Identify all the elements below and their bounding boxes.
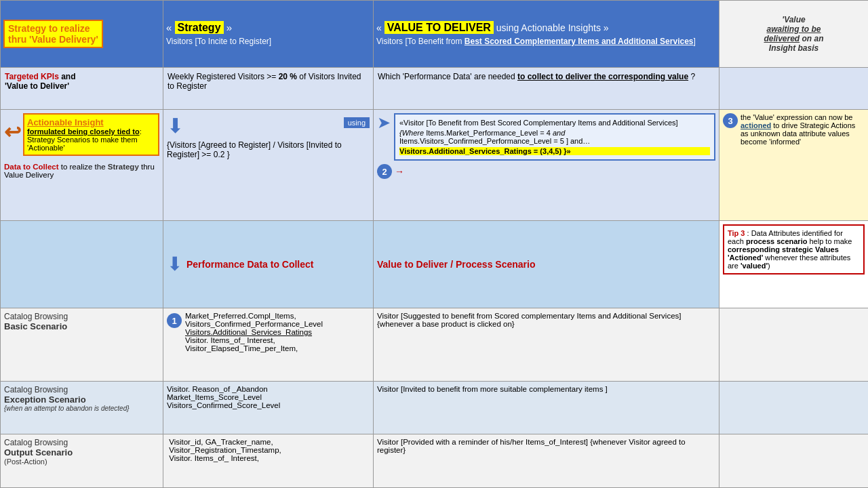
output-scenario-row: Catalog Browsing Output Scenario (Post-A… <box>1 434 869 487</box>
visitor-box-yellow: Visitors.Additional_Services_Ratings = (… <box>399 147 710 155</box>
kpi-col2-text: Which 'Performance Data' are needed to c… <box>378 72 715 81</box>
kpi-sub: 'Value to Deliver' <box>5 81 159 91</box>
output-col1-text: Visitor_id, GA_Tracker_name, Visitor_Reg… <box>167 438 370 462</box>
exception-col3 <box>719 382 869 434</box>
exception-col2: Visitor [Invited to benefit from more su… <box>374 382 719 434</box>
exception-scenario-row: Catalog Browsing Exception Scenario {whe… <box>1 382 869 434</box>
tip-process: process scenario <box>746 237 808 245</box>
tip-box: Tip 3 : Data Attributes identified for e… <box>723 224 865 274</box>
basic-scenario-label: Catalog Browsing <box>4 312 159 321</box>
kpi-col1: Weekly Registered Visitors >= 20 % of Vi… <box>163 67 374 109</box>
output-col0: Catalog Browsing Output Scenario (Post-A… <box>1 434 163 487</box>
header-col2-subtitle: Visitors [To Benefit from Best Scored Co… <box>376 37 716 46</box>
output-scenario-label: Catalog Browsing <box>4 438 159 447</box>
visitor-box-line1: «Visitor [To Benefit from Best Scored Co… <box>399 119 710 127</box>
exception-scenario-sub: {when an attempt to abandon is detected} <box>4 405 159 412</box>
header-col2-open: « <box>376 22 382 33</box>
insight-box: Actionable Insight formulated being clos… <box>23 113 159 156</box>
insight-container: ↩ Actionable Insight formulated being cl… <box>4 113 159 156</box>
section-header-col1: ⬇ Performance Data to Collect <box>163 221 374 308</box>
section-header-col0 <box>1 221 163 308</box>
output-scenario-sub: (Post-Action) <box>4 458 159 466</box>
chevron-right-icon: ➤ <box>377 113 391 132</box>
section-header-col3: Tip 3 : Data Attributes identified for e… <box>719 221 869 308</box>
data-collect-label: Data to Collect <box>4 163 59 171</box>
arrow-down-2-icon: ⬇ <box>167 255 182 274</box>
kpi-row: Targeted KPIs and 'Value to Deliver' Wee… <box>1 67 869 109</box>
exception-col2-text: Visitor [Invited to benefit from more su… <box>377 385 715 393</box>
insight-detail: formulated being closely tied to: Strate… <box>27 127 155 152</box>
perf-data-title: Performance Data to Collect <box>186 259 314 270</box>
circle-1: 1 <box>167 313 182 328</box>
header-col0: Strategy to realize thru 'Value Delivery… <box>1 1 163 68</box>
basic-scenario-row: Catalog Browsing Basic Scenario 1 Market… <box>1 308 869 382</box>
insight-col1: ⬇ using {Visitors [Agreed to Register] /… <box>163 110 374 221</box>
header-row: Strategy to realize thru 'Value Delivery… <box>1 1 869 68</box>
visitor-query-box: «Visitor [To Benefit from Best Scored Co… <box>394 113 715 161</box>
data-collect-section: Data to Collect to realize the Strategy … <box>4 163 159 179</box>
header-strategy-line1: Strategy to realize <box>8 23 98 34</box>
visitor-box-line2: {Where Items.Market_Performance_Level = … <box>399 129 710 145</box>
basic-col0: Catalog Browsing Basic Scenario <box>1 308 163 382</box>
insight-row: ↩ Actionable Insight formulated being cl… <box>1 110 869 221</box>
header-col2: « VALUE TO DELIVER using Actionable Insi… <box>374 1 719 68</box>
basic-col2-text: Visitor [Suggested to benefit from Score… <box>377 312 715 328</box>
header-col1-open: « <box>166 22 172 33</box>
output-scenario-bold: Output Scenario <box>4 447 159 458</box>
exception-col1-text: Visitor. Reason_of _Abandon Market_Items… <box>167 385 370 409</box>
circle-3: 3 <box>723 113 738 128</box>
insight-title: Actionable Insight <box>27 117 155 127</box>
kpi-label: Targeted KPIs and <box>5 72 159 81</box>
main-table: Strategy to realize thru 'Value Delivery… <box>0 0 868 488</box>
header-col2-bold-underline: Best Scored Complementary Items and Addi… <box>465 37 694 46</box>
kpi-col3 <box>719 67 869 109</box>
output-col3 <box>719 434 869 487</box>
using-button: using <box>344 117 370 128</box>
basic-scenario-bold: Basic Scenario <box>4 321 159 331</box>
header-strategy-line2: thru 'Value Delivery' <box>8 34 98 45</box>
header-col3: 'Value awaiting to be delivered on an In… <box>719 1 869 68</box>
output-col2-text: Visitor [Provided with a reminder of his… <box>377 438 715 454</box>
insight-col2: ➤ «Visitor [To Benefit from Best Scored … <box>374 110 719 221</box>
header-col1: « Strategy » Visitors [To Incite to Regi… <box>163 1 374 68</box>
insight-col3: 3 the 'Value' expression can now be acti… <box>719 110 869 221</box>
header-col1-close: » <box>226 22 232 33</box>
col3-text: the 'Value' expression can now be action… <box>741 113 865 146</box>
circle-2: 2 <box>377 164 392 179</box>
header-col1-label: Strategy <box>175 21 224 34</box>
kpi-col2: Which 'Performance Data' are needed to c… <box>374 67 719 109</box>
section-header-row: ⬇ Performance Data to Collect Value to D… <box>1 221 869 308</box>
value-deliver-title: Value to Deliver / Process Scenario <box>377 259 715 270</box>
exception-col0: Catalog Browsing Exception Scenario {whe… <box>1 382 163 434</box>
curved-arrow-icon: ↩ <box>4 120 21 144</box>
header-col1-subtitle: Visitors [To Incite to Register] <box>166 37 370 46</box>
arrow-down-icon: ⬇ <box>167 116 184 136</box>
output-col2: Visitor [Provided with a reminder of his… <box>374 434 719 487</box>
formula-text: {Visitors [Agreed to Register] / Visitor… <box>167 140 370 159</box>
basic-col2: Visitor [Suggested to benefit from Score… <box>374 308 719 382</box>
arrow-right-2: → <box>395 166 404 177</box>
kpi-col1-text: Weekly Registered Visitors >= 20 % of Vi… <box>167 72 369 91</box>
output-col1: Visitor_id, GA_Tracker_name, Visitor_Reg… <box>163 434 374 487</box>
tip-label: Tip 3 <box>728 229 745 237</box>
exception-col1: Visitor. Reason_of _Abandon Market_Items… <box>163 382 374 434</box>
kpi-col0: Targeted KPIs and 'Value to Deliver' <box>1 67 163 109</box>
exception-scenario-bold: Exception Scenario <box>4 394 159 405</box>
basic-col3 <box>719 308 869 382</box>
tip-valued: 'valued' <box>741 262 768 270</box>
header-col2-middle: using Actionable Insights » <box>496 22 609 33</box>
section-header-col2: Value to Deliver / Process Scenario <box>374 221 719 308</box>
exception-scenario-label: Catalog Browsing <box>4 385 159 394</box>
insight-col0: ↩ Actionable Insight formulated being cl… <box>1 110 163 221</box>
header-col2-label: VALUE TO DELIVER <box>384 21 494 34</box>
basic-col1-text: Market_Preferred.Compl_Items, Visitors_C… <box>185 312 323 352</box>
basic-col1: 1 Market_Preferred.Compl_Items, Visitors… <box>163 308 374 382</box>
